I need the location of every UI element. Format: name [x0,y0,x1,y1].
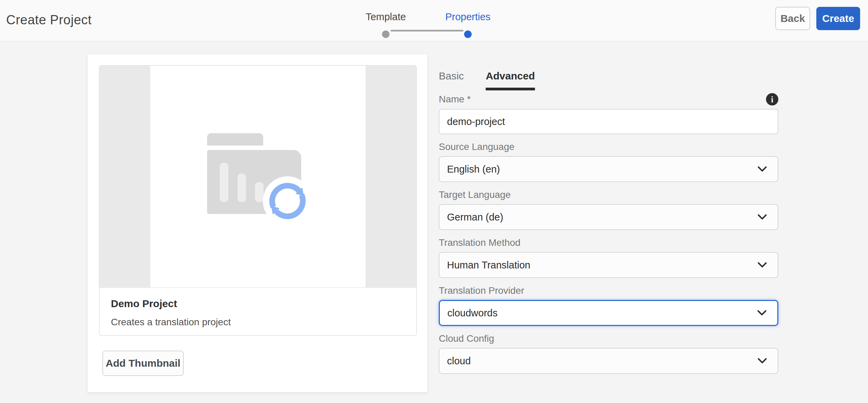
properties-form: Basic Advanced Name * Source Language En… [439,70,778,374]
form-tabs: Basic Advanced [439,70,778,90]
target-language-select-wrap: German (de) [439,204,778,230]
step-properties-dot-icon [464,30,472,38]
thumbnail-band-right [366,66,416,287]
step-properties-label: Properties [445,11,490,23]
cloud-config-label: Cloud Config [439,333,778,344]
step-template-label: Template [366,11,406,23]
wizard-actions: Back Create [775,7,860,30]
translation-provider-select[interactable]: cloudwords [440,301,777,325]
translation-method-select-wrap: Human Translation [439,252,778,278]
translation-provider-field: Translation Provider cloudwords [439,285,778,326]
name-label: Name * [439,93,471,105]
translation-method-label: Translation Method [439,237,778,249]
cloud-config-select-wrap: cloud [439,348,778,374]
back-button[interactable]: Back [775,7,810,30]
translation-method-field: Translation Method Human Translation [439,237,778,278]
page-title: Create Project [6,13,92,27]
info-icon[interactable] [766,93,778,105]
thumbnail-band-left [100,66,150,287]
name-field-header: Name * [439,92,778,106]
template-card: Demo Project Creates a translation proje… [99,65,417,336]
source-language-select[interactable]: English (en) [439,157,778,181]
target-language-label: Target Language [439,189,778,201]
folder-icon-tab [207,133,263,146]
folder-chart-bar-icon [238,174,246,202]
source-language-field: Source Language English (en) [439,141,778,182]
step-template[interactable]: Template [348,11,423,38]
create-button[interactable]: Create [816,7,860,30]
template-card-title: Demo Project [111,298,405,310]
translation-provider-select-wrap: cloudwords [439,300,778,326]
translation-provider-label: Translation Provider [439,285,778,297]
source-language-select-wrap: English (en) [439,156,778,182]
template-card-description: Creates a translation project [111,316,405,328]
add-thumbnail-button[interactable]: Add Thumbnail [102,351,184,376]
wizard-step-indicator: Template Properties [0,0,868,42]
template-panel: Demo Project Creates a translation proje… [88,54,427,392]
target-language-field: Target Language German (de) [439,189,778,230]
folder-chart-bar-icon [220,163,228,202]
translation-method-select[interactable]: Human Translation [439,253,778,277]
tab-basic[interactable]: Basic [439,70,464,90]
wizard-header: Create Project Template Properties Back … [0,0,868,42]
source-language-label: Source Language [439,141,778,153]
target-language-select[interactable]: German (de) [439,205,778,229]
step-template-dot-icon [382,30,390,38]
create-project-wizard: { "header": { "title": "Create Project",… [0,0,868,403]
cloud-config-select[interactable]: cloud [439,349,778,373]
template-thumbnail [100,66,416,287]
tab-advanced[interactable]: Advanced [486,70,535,90]
step-properties[interactable]: Properties [430,11,506,38]
sync-icon [262,175,313,227]
cloud-config-field: Cloud Config cloud [439,333,778,374]
name-input[interactable] [439,109,778,134]
template-card-text: Demo Project Creates a translation proje… [100,287,416,328]
